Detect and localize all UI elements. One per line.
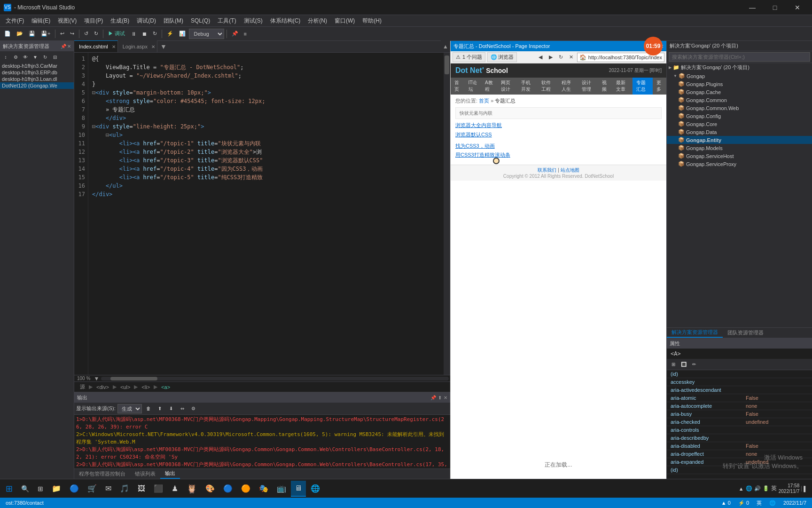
window-controls[interactable]: — □ ✕	[742, 0, 808, 15]
output-down-button[interactable]: ⬇	[166, 405, 176, 413]
output-wordwrap-button[interactable]: ⇔	[178, 405, 187, 413]
menu-debug[interactable]: 调试(D)	[133, 16, 160, 26]
search-button[interactable]: 🔍	[17, 481, 33, 497]
nav-home[interactable]: 首页	[451, 78, 465, 95]
taskbar-icon-16[interactable]: 🎭	[255, 481, 272, 497]
sol-core[interactable]: 📦 Gongap.Core	[667, 120, 812, 128]
h-scrollbar-track[interactable]	[101, 377, 449, 381]
taskbar-icon-15[interactable]: 🟠	[237, 481, 254, 497]
taskbar-vs[interactable]: 🖥	[291, 481, 306, 497]
nav-more[interactable]: 更多	[653, 78, 667, 95]
tab-more-button[interactable]: ▼	[157, 40, 170, 52]
taskbar-mail[interactable]: ✉	[102, 481, 115, 497]
close-button[interactable]: ✕	[787, 0, 808, 15]
undo2-button[interactable]: ↺	[82, 28, 91, 40]
breadcrumb-li[interactable]: <li>	[140, 384, 152, 390]
output-popout-icon[interactable]: ⬆	[438, 395, 442, 400]
sol-refresh-button[interactable]: ↻	[40, 53, 50, 61]
insp-stop-button[interactable]: ✕	[567, 53, 576, 62]
insp-forward-button[interactable]: ▶	[546, 53, 555, 62]
extra-button[interactable]: ≡	[242, 28, 249, 40]
undo-button[interactable]: ↩	[58, 28, 67, 40]
sol-config[interactable]: 📦 Gongap.Config	[667, 112, 812, 120]
sol-common[interactable]: 📦 Gongap.Common	[667, 96, 812, 104]
menu-team[interactable]: 团队(M)	[160, 16, 187, 26]
menu-help[interactable]: 帮助(H)	[359, 16, 385, 26]
output-clear-button[interactable]: 🗑	[144, 405, 153, 413]
nav-programmer[interactable]: 程序人生	[558, 78, 578, 95]
start-button[interactable]: ⊞	[2, 481, 16, 497]
code-content[interactable]: @{ ViewBag.Title = "专题汇总 - DotNetSchool"…	[88, 53, 444, 375]
status-warnings[interactable]: ⚡ 0	[736, 500, 751, 506]
footer-contact-link[interactable]: 联系我们	[538, 167, 556, 173]
tab-package-manager[interactable]: 程序包管理器控制台	[74, 469, 130, 478]
profile-button[interactable]: ⚡	[164, 28, 176, 40]
sol-props-button[interactable]: ⚙	[11, 53, 20, 61]
footer-sitemap-link[interactable]: 站点地图	[561, 167, 579, 173]
menu-file[interactable]: 文件(F)	[2, 16, 28, 26]
scrollbar-thumb[interactable]	[445, 56, 449, 74]
tab-close-1[interactable]: ✕	[151, 44, 155, 49]
taskbar-explorer[interactable]: 📁	[48, 481, 65, 497]
nav-latest[interactable]: 最新文章	[612, 78, 632, 95]
start-button[interactable]: ▶ 调试	[106, 28, 127, 40]
vertical-scrollbar[interactable]	[444, 53, 450, 375]
nav-it[interactable]: IT论坛	[465, 78, 482, 95]
perf-button[interactable]: 📊	[177, 28, 188, 40]
menu-window[interactable]: 窗口(W)	[331, 16, 359, 26]
prop-filter-button[interactable]: 🔳	[679, 360, 688, 369]
site-link-4[interactable]: 用CSS3打造精致滚动条	[455, 151, 662, 160]
nav-software[interactable]: 软件工程	[538, 78, 558, 95]
sol-serviceproxy[interactable]: 📦 Gongap.ServiceProxy	[667, 160, 812, 168]
taskbar-tv[interactable]: 📺	[273, 481, 290, 497]
menu-analyze[interactable]: 分析(N)	[304, 16, 331, 26]
tab-close-0[interactable]: ✕	[112, 44, 116, 49]
status-errors[interactable]: ▲ 0	[719, 500, 733, 506]
tab-login-aspx[interactable]: Login.aspx ✕	[118, 40, 157, 52]
nav-design-mgmt[interactable]: 设计管理	[578, 78, 598, 95]
h-scrollbar-thumb[interactable]	[110, 377, 157, 381]
nav-webdesign[interactable]: 网页设计	[497, 78, 517, 95]
debug-config-dropdown[interactable]: Debug Release	[189, 29, 224, 39]
sol-servicehost[interactable]: 📦 Gongap.ServiceHost	[667, 152, 812, 160]
nav-topics[interactable]: 专题汇总	[632, 78, 653, 95]
solution-search-input[interactable]	[669, 52, 810, 62]
sol-entity[interactable]: 📦 Gongap.Entity	[667, 136, 812, 144]
breadcrumb-ul[interactable]: <ul>	[118, 384, 132, 390]
tree-item-1[interactable]: desktop-h1fhjn3.ERP.db	[0, 69, 74, 76]
taskbar-store[interactable]: 🛒	[84, 481, 101, 497]
panel-pin-icon[interactable]: 📌	[61, 44, 66, 49]
save-button[interactable]: 💾	[26, 28, 38, 40]
editor-collapse-button[interactable]: ▲	[441, 40, 450, 52]
menu-arch[interactable]: 体系结构(C)	[266, 16, 304, 26]
breadcrumb-a[interactable]: <a>	[159, 384, 172, 390]
output-settings-button[interactable]: ⚙	[189, 405, 198, 413]
panel-menu-icon[interactable]: ✕	[67, 44, 71, 49]
tab-index-cshtml[interactable]: Index.cshtml ✕	[74, 40, 118, 52]
tray-network-icon[interactable]: 🌐	[746, 485, 752, 492]
taskbar-groove[interactable]: 🎵	[116, 481, 133, 497]
breadcrumb-div[interactable]: <div>	[94, 384, 111, 390]
minimize-button[interactable]: —	[742, 0, 763, 15]
tab-team-explorer[interactable]: 团队资源管理器	[723, 328, 768, 337]
tab-error-list[interactable]: 错误列表	[130, 469, 160, 478]
sol-models[interactable]: 📦 Gongap.Models	[667, 144, 812, 152]
inspector-browser-tab[interactable]: 🌐 浏览器	[487, 52, 517, 62]
menu-build[interactable]: 生成(B)	[107, 16, 133, 26]
output-source-select[interactable]: 生成 调试	[117, 404, 142, 413]
restart-button[interactable]: ↻	[150, 28, 159, 40]
pin-button[interactable]: 📌	[229, 28, 241, 40]
output-pin-icon[interactable]: 📌	[430, 395, 436, 400]
sol-common-web[interactable]: 📦 Gongap.Common.Web	[667, 104, 812, 112]
site-breadcrumb-home[interactable]: 首页	[479, 98, 489, 103]
menu-project[interactable]: 项目(P)	[80, 16, 107, 26]
sol-cache[interactable]: 📦 Gongap.Cache	[667, 88, 812, 96]
sol-solution-root[interactable]: ▶ 📁 解决方案'Gongap' (20 个项目)	[667, 63, 812, 72]
stop-button[interactable]: ⏹	[140, 28, 149, 40]
taskbar-browser[interactable]: 🌐	[307, 481, 324, 497]
taskbar-chess[interactable]: ♟	[168, 481, 182, 497]
redo2-button[interactable]: ↻	[92, 28, 101, 40]
menu-view[interactable]: 视图(V)	[54, 16, 80, 26]
site-link-1[interactable]: 浏览器大全内容导航	[455, 121, 662, 130]
sol-plugins[interactable]: 📦 Gongap.Plugins	[667, 80, 812, 88]
